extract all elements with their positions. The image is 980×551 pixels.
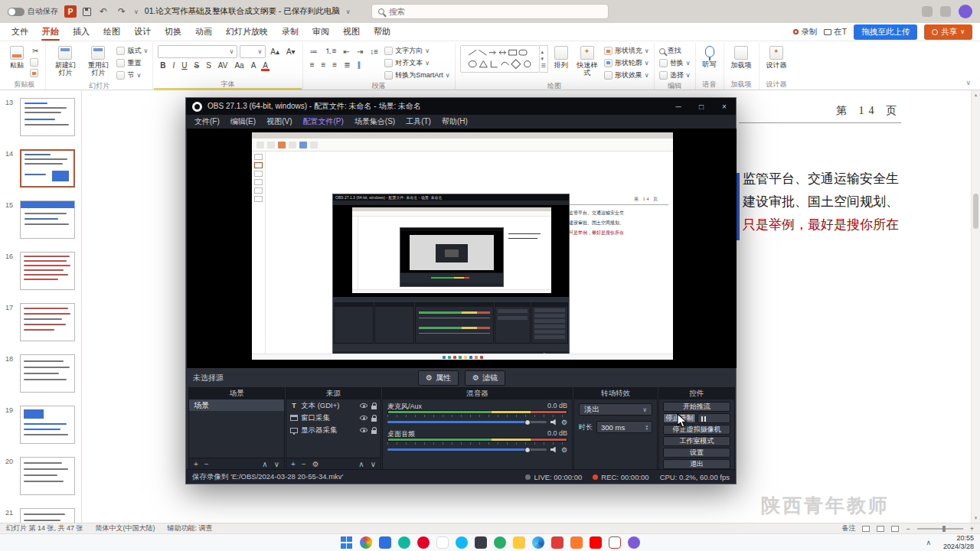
start-streaming-button[interactable]: 开始推流 — [663, 402, 730, 412]
increase-indent-icon[interactable]: ⇥ — [354, 47, 365, 57]
taskbar-clock[interactable]: 20:55 2024/3/28 — [943, 534, 974, 551]
remove-scene-icon[interactable]: − — [204, 460, 209, 468]
app-icon-7[interactable] — [494, 536, 506, 549]
font-name-combobox[interactable]: ∨ — [158, 45, 237, 58]
slide-thumbnail[interactable]: 21 — [20, 508, 75, 523]
font-size-combobox[interactable]: ∨ — [240, 45, 266, 58]
scenes-dock-title[interactable]: 场景 — [189, 388, 284, 399]
menu-file[interactable]: 文件(F) — [189, 115, 225, 129]
remove-source-icon[interactable]: − — [302, 460, 306, 468]
source-properties-icon[interactable]: ⚙ — [312, 460, 319, 468]
move-scene-up-icon[interactable]: ∧ — [262, 460, 267, 468]
app-icon-10[interactable] — [551, 536, 564, 549]
tab-draw[interactable]: 绘图 — [96, 23, 127, 41]
cut-icon[interactable]: ✂ — [30, 46, 41, 56]
arrange-button[interactable]: 排列 — [552, 45, 570, 70]
sources-dock-title[interactable]: 来源 — [286, 388, 381, 399]
app-icon-9[interactable] — [532, 536, 544, 549]
decrease-font-icon[interactable]: A▾ — [284, 47, 298, 57]
text-direction-button[interactable]: 文字方向∨ — [384, 46, 449, 56]
app-icon-8[interactable] — [513, 536, 525, 549]
search-field[interactable] — [389, 7, 557, 16]
settings-button[interactable]: 设置 — [663, 448, 730, 458]
slide-thumbnail[interactable]: 20 — [20, 457, 75, 495]
gallery-more-icon[interactable]: ☰ — [541, 63, 546, 69]
section-button[interactable]: 节∨ — [116, 70, 148, 80]
tab-file[interactable]: 文件 — [5, 23, 35, 41]
tab-view[interactable]: 视图 — [336, 23, 367, 41]
shape-outline-button[interactable]: 形状轮廓∨ — [604, 58, 649, 68]
slide-thumbnail[interactable]: 15 — [20, 201, 75, 239]
replace-button[interactable]: 替换∨ — [659, 58, 691, 68]
tab-insert[interactable]: 插入 — [66, 23, 96, 41]
transition-select[interactable]: 淡出 ∨ — [579, 403, 652, 416]
select-button[interactable]: 选择∨ — [659, 70, 691, 80]
exit-button[interactable]: 退出 — [663, 459, 730, 469]
strikethrough-button[interactable]: S — [192, 60, 202, 70]
language-status[interactable]: 简体中文(中国大陆) — [96, 523, 155, 533]
align-center-icon[interactable]: ≡ — [319, 60, 328, 70]
app-icon-12[interactable] — [590, 536, 602, 549]
menu-tools[interactable]: 工具(T) — [400, 115, 436, 129]
autosave-toggle[interactable]: 自动保存 — [8, 6, 58, 17]
lock-icon[interactable] — [371, 406, 377, 409]
transitions-dock-title[interactable]: 转场特效 — [574, 388, 657, 399]
slide-thumbnail[interactable]: 19 — [20, 406, 75, 444]
channel-gear-icon[interactable]: ⚙ — [561, 446, 567, 454]
speaker-icon[interactable] — [550, 447, 557, 453]
app-icon-4[interactable] — [436, 536, 449, 549]
slide-thumbnail[interactable]: 16 — [20, 252, 75, 290]
increase-font-icon[interactable]: A▴ — [268, 47, 282, 57]
quick-styles-button[interactable]: 快速样式 — [574, 45, 600, 78]
document-title-chevron-icon[interactable]: ∨ — [346, 8, 351, 15]
mixer-dock-title[interactable]: 混音器 — [383, 388, 572, 399]
taskbar-overflow-icon[interactable]: ∧ — [926, 539, 931, 546]
align-text-button[interactable]: 对齐文本∨ — [384, 58, 449, 68]
volume-slider[interactable] — [387, 421, 547, 423]
quick-access-chevron-icon[interactable]: ∨ — [134, 8, 139, 15]
addins-button[interactable]: 加载项 — [729, 45, 754, 70]
font-color-button[interactable]: A — [260, 60, 270, 70]
zoom-slider-knob[interactable] — [942, 526, 946, 532]
move-source-up-icon[interactable]: ∧ — [358, 460, 364, 468]
tab-transitions[interactable]: 切换 — [158, 23, 188, 41]
source-list-item[interactable]: 显示器采集 — [286, 424, 381, 436]
menu-edit[interactable]: 编辑(E) — [225, 115, 261, 129]
notes-button[interactable]: 备注 — [841, 523, 855, 533]
shapes-gallery[interactable]: ▴ ▾ ☰ — [460, 45, 548, 73]
redo-icon[interactable]: ↷ — [116, 6, 128, 17]
visibility-eye-icon[interactable] — [360, 428, 368, 432]
app-icon-5[interactable] — [456, 536, 468, 549]
paste-button[interactable]: 粘贴 — [8, 45, 26, 70]
new-slide-button[interactable]: 新建幻灯片 — [51, 45, 80, 78]
lock-icon[interactable] — [371, 418, 377, 422]
properties-button[interactable]: ⚙ 属性 — [418, 370, 459, 386]
add-source-icon[interactable]: + — [291, 460, 296, 468]
move-source-down-icon[interactable]: ∨ — [371, 460, 376, 468]
share-button[interactable]: 共享 ∨ — [924, 24, 972, 40]
tab-review[interactable]: 审阅 — [305, 23, 336, 41]
add-scene-icon[interactable]: + — [194, 460, 198, 468]
obs-titlebar[interactable]: OBS 27.1.3 (64-bit, windows) - 配置文件: 未命名… — [186, 98, 736, 115]
titlebar-icon[interactable] — [922, 6, 933, 17]
app-icon-11[interactable] — [570, 536, 583, 549]
volume-slider-knob[interactable] — [524, 419, 531, 425]
decrease-indent-icon[interactable]: ⇤ — [341, 47, 352, 57]
duration-input[interactable]: 300 ms ▴▾ — [596, 421, 652, 433]
obs-preview-canvas[interactable]: 第 14 页 监管平台、交通运输安全生 建设审批、国土空间规划、 只是举例，最好… — [187, 129, 737, 368]
change-case-button[interactable]: Aa — [232, 60, 246, 70]
volume-slider[interactable] — [387, 448, 547, 451]
document-title[interactable]: 01.论文写作基础及整体联合成文纲要 - 已保存到此电脑 — [145, 6, 340, 17]
source-list-item[interactable]: 窗口采集 — [286, 412, 381, 424]
source-list-item[interactable]: T 文本 (GDI+) — [286, 399, 381, 412]
stop-virtual-camera-button[interactable]: 停止虚拟摄像机 — [663, 425, 730, 435]
channel-gear-icon[interactable]: ⚙ — [561, 419, 567, 426]
designer-button[interactable]: 设计器 — [764, 45, 789, 70]
zoom-in-icon[interactable]: + — [970, 525, 974, 533]
tab-home[interactable]: 开始 — [35, 23, 66, 41]
justify-icon[interactable]: ≣ — [341, 60, 352, 70]
gallery-up-icon[interactable]: ▴ — [541, 49, 546, 55]
bullets-icon[interactable]: ≔ — [308, 47, 320, 57]
slideshow-view-icon[interactable] — [891, 526, 899, 532]
studio-mode-button[interactable]: 工作室模式 — [663, 436, 730, 446]
